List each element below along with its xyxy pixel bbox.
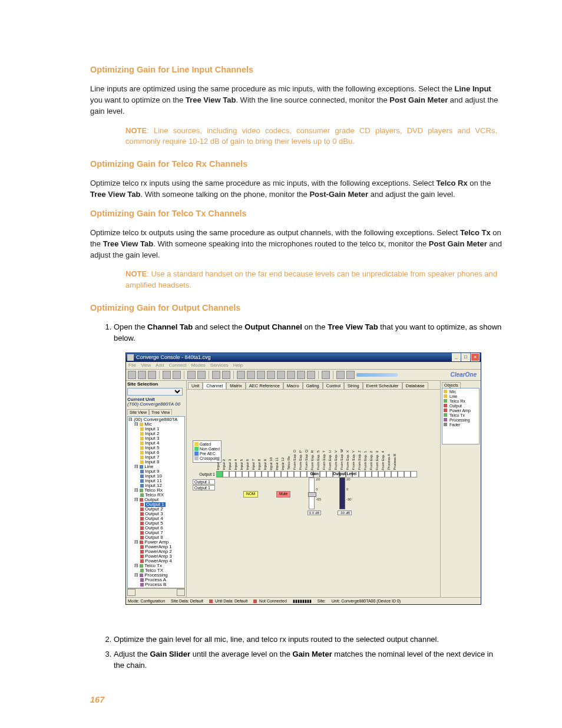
nom-button[interactable]: NOM (243, 491, 258, 498)
toolbar-icon[interactable] (222, 371, 230, 379)
matrix-cell[interactable] (262, 471, 268, 477)
matrix-cell[interactable] (281, 471, 287, 477)
menu-help[interactable]: Help (233, 363, 243, 368)
tab-gating[interactable]: Gating (303, 382, 323, 390)
toolbar-icon[interactable] (187, 371, 196, 379)
matrix-cell[interactable] (268, 471, 275, 477)
matrix-cell[interactable] (255, 471, 262, 477)
matrix-cell[interactable] (236, 471, 242, 477)
status-site-data: Site Data: Default (171, 599, 203, 603)
gain-value[interactable]: 0.0 dB (308, 510, 321, 515)
toolbar-icon[interactable] (163, 371, 171, 379)
menu-services[interactable]: Services (210, 363, 229, 368)
matrix-cell[interactable] (287, 471, 294, 477)
toolbar-icon[interactable] (173, 371, 181, 379)
tab-unit[interactable]: Unit (188, 382, 203, 390)
close-button[interactable]: × (471, 353, 480, 361)
object-item[interactable]: Output (444, 404, 478, 408)
status-unit-data: Unit Data: Default (215, 599, 247, 603)
toolbar-icon[interactable] (287, 371, 295, 379)
scroll-right[interactable] (177, 589, 185, 596)
maximize-button[interactable]: □ (461, 353, 470, 361)
menu-modes[interactable]: Modes (191, 363, 206, 368)
output-sel-2[interactable]: Output 1 (193, 485, 215, 490)
gain-slider[interactable] (309, 477, 315, 509)
toolbar-icon[interactable] (346, 371, 355, 379)
tab-macro[interactable]: Macro (283, 382, 303, 390)
toolbar-icon[interactable] (267, 371, 275, 379)
output-sel-1[interactable]: Output 1 (193, 479, 215, 485)
slider-thumb[interactable] (308, 492, 316, 497)
tab-aec[interactable]: AEC Reference (246, 382, 283, 390)
tab-database[interactable]: Database (402, 382, 428, 390)
toolbar-icon[interactable] (212, 371, 220, 379)
matrix-cell[interactable] (404, 471, 411, 477)
matrix-cell[interactable] (365, 471, 372, 477)
toolbar-icon[interactable] (322, 371, 330, 379)
site-selection-dropdown[interactable] (127, 388, 183, 396)
matrix-cell[interactable] (249, 471, 255, 477)
matrix-cell[interactable] (398, 471, 404, 477)
brand-logo: ClearOne (451, 372, 479, 378)
tree-scrollbar[interactable] (127, 588, 185, 596)
matrix-cell[interactable] (378, 471, 385, 477)
matrix-cell[interactable] (391, 471, 398, 477)
tab-tree-view[interactable]: Tree View (149, 409, 172, 415)
tab-objects[interactable]: Objects (442, 382, 461, 388)
scroll-left[interactable] (127, 589, 135, 596)
object-item[interactable]: Telco Tx (444, 413, 478, 417)
object-item[interactable]: Power Amp (444, 409, 478, 413)
tab-string[interactable]: String (344, 382, 363, 390)
tab-site-view[interactable]: Site View (127, 409, 149, 415)
titlebar: Converge Console - 840ta1.cvg _ □ × (126, 353, 481, 362)
status-unit: Unit: Converge880TA00 (Device ID 0) (332, 599, 401, 603)
toolbar-icon[interactable] (336, 371, 345, 379)
object-item[interactable]: Processing (444, 418, 478, 422)
toolbar-icon[interactable] (148, 371, 156, 379)
menu-add[interactable]: Add (156, 363, 164, 368)
toolbar-icon[interactable] (128, 371, 136, 379)
tab-matrix[interactable]: Matrix (226, 382, 245, 390)
matrix-cell[interactable] (229, 471, 236, 477)
matrix-column-header: From Exp. S (316, 450, 322, 470)
matrix-cell[interactable] (411, 471, 417, 477)
menu-view[interactable]: View (141, 363, 151, 368)
tree-view[interactable]: ⊟ (00) Converge880TA ⊟ Mic Input 1 Input… (127, 416, 185, 588)
tick: -30 (346, 498, 352, 508)
matrix-column-header: From Exp. Q (305, 450, 310, 470)
matrix-cell[interactable] (223, 471, 229, 477)
main-tabs: Unit Channel Matrix AEC Reference Macro … (187, 381, 440, 390)
tab-event[interactable]: Event Scheduler (363, 382, 402, 390)
toolbar-icon[interactable] (138, 371, 146, 379)
menu-connect[interactable]: Connect (169, 363, 187, 368)
matrix-cell[interactable] (275, 471, 281, 477)
matrix-cell[interactable] (294, 471, 300, 477)
minimize-button[interactable]: _ (452, 353, 461, 361)
object-item[interactable]: Telco Rx (444, 399, 478, 403)
tab-control[interactable]: Control (323, 382, 344, 390)
toolbar-icon[interactable] (277, 371, 285, 379)
matrix-cell[interactable] (359, 471, 365, 477)
current-unit-value: (T00) Converge880TA 00 (127, 402, 185, 407)
toolbar-icon[interactable] (247, 371, 255, 379)
tab-channel[interactable]: Channel (203, 382, 226, 390)
matrix-cell[interactable] (216, 471, 223, 477)
matrix-column-header: Input 12 (281, 457, 287, 470)
toolbar-icon[interactable] (197, 371, 206, 379)
right-pane: Objects Mic Line Telco Rx Output Power A… (440, 381, 481, 597)
output-row: Output 1 (193, 471, 417, 477)
mute-button[interactable]: Mute (276, 491, 290, 498)
matrix-column-header: Telco Rx (287, 456, 293, 470)
toolbar-icon[interactable] (237, 371, 245, 379)
toolbar-icon[interactable] (307, 371, 315, 379)
matrix-cell[interactable] (372, 471, 378, 477)
matrix-cell[interactable] (385, 471, 391, 477)
matrix-cell[interactable] (242, 471, 249, 477)
object-item[interactable]: Fader (444, 423, 478, 427)
menu-file[interactable]: File (128, 363, 136, 368)
toolbar-icon[interactable] (257, 371, 265, 379)
matrix-cell[interactable] (300, 471, 307, 477)
object-item[interactable]: Line (444, 394, 478, 398)
toolbar-icon[interactable] (297, 371, 305, 379)
object-item[interactable]: Mic (444, 390, 478, 394)
